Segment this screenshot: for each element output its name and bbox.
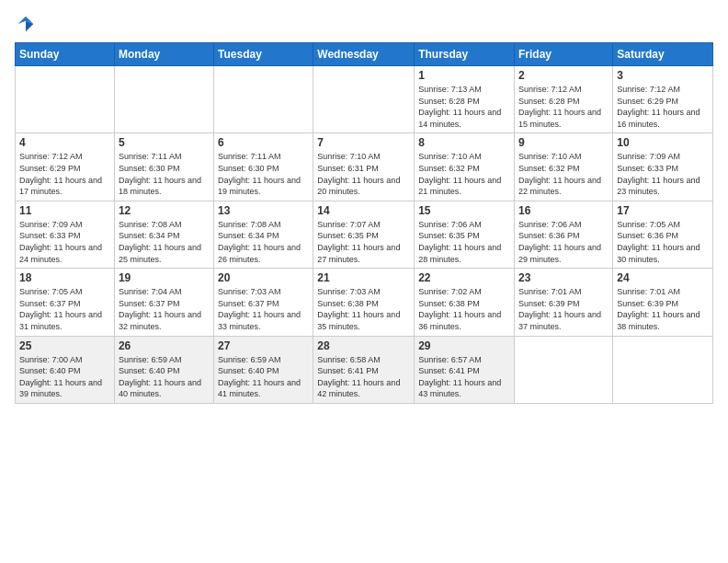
- table-row: 6Sunrise: 7:11 AM Sunset: 6:30 PM Daylig…: [214, 133, 313, 201]
- calendar-week-row: 1Sunrise: 7:13 AM Sunset: 6:28 PM Daylig…: [16, 66, 713, 133]
- page: Sunday Monday Tuesday Wednesday Thursday…: [0, 0, 728, 563]
- day-number: 29: [418, 339, 510, 352]
- day-info: Sunrise: 7:13 AM Sunset: 6:28 PM Dayligh…: [418, 84, 510, 130]
- table-row: 2Sunrise: 7:12 AM Sunset: 6:28 PM Daylig…: [515, 66, 613, 133]
- day-info: Sunrise: 7:12 AM Sunset: 6:28 PM Dayligh…: [518, 84, 609, 130]
- table-row: 22Sunrise: 7:02 AM Sunset: 6:38 PM Dayli…: [415, 269, 515, 336]
- table-row: [613, 336, 713, 403]
- day-number: 12: [119, 204, 210, 217]
- day-number: 22: [418, 271, 510, 284]
- day-number: 7: [317, 136, 410, 149]
- day-info: Sunrise: 7:06 AM Sunset: 6:35 PM Dayligh…: [418, 219, 510, 265]
- table-row: 24Sunrise: 7:01 AM Sunset: 6:39 PM Dayli…: [613, 269, 713, 336]
- table-row: 26Sunrise: 6:59 AM Sunset: 6:40 PM Dayli…: [114, 336, 213, 403]
- logo-icon: [17, 15, 35, 33]
- day-number: 23: [518, 271, 609, 284]
- day-info: Sunrise: 6:57 AM Sunset: 6:41 PM Dayligh…: [418, 354, 510, 400]
- day-number: 27: [218, 339, 309, 352]
- day-info: Sunrise: 7:04 AM Sunset: 6:37 PM Dayligh…: [119, 286, 210, 332]
- table-row: 29Sunrise: 6:57 AM Sunset: 6:41 PM Dayli…: [415, 336, 515, 403]
- table-row: 19Sunrise: 7:04 AM Sunset: 6:37 PM Dayli…: [114, 269, 213, 336]
- table-row: 12Sunrise: 7:08 AM Sunset: 6:34 PM Dayli…: [114, 201, 213, 268]
- table-row: 20Sunrise: 7:03 AM Sunset: 6:37 PM Dayli…: [214, 269, 313, 336]
- table-row: 11Sunrise: 7:09 AM Sunset: 6:33 PM Dayli…: [16, 201, 115, 268]
- day-info: Sunrise: 7:11 AM Sunset: 6:30 PM Dayligh…: [218, 151, 309, 197]
- table-row: 8Sunrise: 7:10 AM Sunset: 6:32 PM Daylig…: [415, 133, 515, 201]
- table-row: 10Sunrise: 7:09 AM Sunset: 6:33 PM Dayli…: [613, 133, 713, 201]
- table-row: 27Sunrise: 6:59 AM Sunset: 6:40 PM Dayli…: [214, 336, 313, 403]
- col-monday: Monday: [114, 43, 213, 66]
- table-row: 4Sunrise: 7:12 AM Sunset: 6:29 PM Daylig…: [16, 133, 115, 201]
- day-info: Sunrise: 7:03 AM Sunset: 6:37 PM Dayligh…: [218, 286, 309, 332]
- day-number: 11: [19, 204, 110, 217]
- col-saturday: Saturday: [613, 43, 713, 66]
- day-number: 19: [119, 271, 210, 284]
- day-number: 9: [518, 136, 609, 149]
- day-info: Sunrise: 7:08 AM Sunset: 6:34 PM Dayligh…: [218, 219, 309, 265]
- day-number: 2: [518, 69, 609, 82]
- calendar-header-row: Sunday Monday Tuesday Wednesday Thursday…: [16, 43, 713, 66]
- day-number: 15: [418, 204, 510, 217]
- table-row: 23Sunrise: 7:01 AM Sunset: 6:39 PM Dayli…: [515, 269, 613, 336]
- day-number: 17: [617, 204, 709, 217]
- table-row: 13Sunrise: 7:08 AM Sunset: 6:34 PM Dayli…: [214, 201, 313, 268]
- day-info: Sunrise: 7:12 AM Sunset: 6:29 PM Dayligh…: [19, 151, 110, 197]
- col-wednesday: Wednesday: [313, 43, 415, 66]
- day-number: 26: [119, 339, 210, 352]
- calendar-week-row: 18Sunrise: 7:05 AM Sunset: 6:37 PM Dayli…: [16, 269, 713, 336]
- table-row: 18Sunrise: 7:05 AM Sunset: 6:37 PM Dayli…: [16, 269, 115, 336]
- calendar-table: Sunday Monday Tuesday Wednesday Thursday…: [15, 42, 713, 404]
- day-number: 20: [218, 271, 309, 284]
- day-info: Sunrise: 7:01 AM Sunset: 6:39 PM Dayligh…: [518, 286, 609, 332]
- table-row: 28Sunrise: 6:58 AM Sunset: 6:41 PM Dayli…: [313, 336, 415, 403]
- day-number: 24: [617, 271, 709, 284]
- day-info: Sunrise: 7:10 AM Sunset: 6:31 PM Dayligh…: [317, 151, 410, 197]
- table-row: 17Sunrise: 7:05 AM Sunset: 6:36 PM Dayli…: [613, 201, 713, 268]
- day-number: 1: [418, 69, 510, 82]
- day-info: Sunrise: 7:09 AM Sunset: 6:33 PM Dayligh…: [617, 151, 709, 197]
- day-info: Sunrise: 7:10 AM Sunset: 6:32 PM Dayligh…: [418, 151, 510, 197]
- day-number: 3: [617, 69, 709, 82]
- day-info: Sunrise: 7:02 AM Sunset: 6:38 PM Dayligh…: [418, 286, 510, 332]
- day-number: 5: [119, 136, 210, 149]
- col-tuesday: Tuesday: [214, 43, 313, 66]
- day-number: 14: [317, 204, 410, 217]
- day-number: 6: [218, 136, 309, 149]
- day-info: Sunrise: 7:00 AM Sunset: 6:40 PM Dayligh…: [19, 354, 110, 400]
- day-info: Sunrise: 7:06 AM Sunset: 6:36 PM Dayligh…: [518, 219, 609, 265]
- day-info: Sunrise: 7:07 AM Sunset: 6:35 PM Dayligh…: [317, 219, 410, 265]
- table-row: 16Sunrise: 7:06 AM Sunset: 6:36 PM Dayli…: [515, 201, 613, 268]
- table-row: [114, 66, 213, 133]
- day-number: 18: [19, 271, 110, 284]
- day-number: 16: [518, 204, 609, 217]
- day-number: 10: [617, 136, 709, 149]
- day-info: Sunrise: 7:03 AM Sunset: 6:38 PM Dayligh…: [317, 286, 410, 332]
- table-row: 1Sunrise: 7:13 AM Sunset: 6:28 PM Daylig…: [415, 66, 515, 133]
- day-info: Sunrise: 6:59 AM Sunset: 6:40 PM Dayligh…: [119, 354, 210, 400]
- col-friday: Friday: [515, 43, 613, 66]
- header: [15, 15, 713, 33]
- table-row: [16, 66, 115, 133]
- day-info: Sunrise: 7:01 AM Sunset: 6:39 PM Dayligh…: [617, 286, 709, 332]
- calendar-week-row: 4Sunrise: 7:12 AM Sunset: 6:29 PM Daylig…: [16, 133, 713, 201]
- day-number: 8: [418, 136, 510, 149]
- table-row: 3Sunrise: 7:12 AM Sunset: 6:29 PM Daylig…: [613, 66, 713, 133]
- day-info: Sunrise: 7:05 AM Sunset: 6:36 PM Dayligh…: [617, 219, 709, 265]
- col-thursday: Thursday: [415, 43, 515, 66]
- day-number: 28: [317, 339, 410, 352]
- day-info: Sunrise: 6:59 AM Sunset: 6:40 PM Dayligh…: [218, 354, 309, 400]
- day-number: 21: [317, 271, 410, 284]
- table-row: 25Sunrise: 7:00 AM Sunset: 6:40 PM Dayli…: [16, 336, 115, 403]
- logo: [15, 15, 35, 33]
- table-row: [214, 66, 313, 133]
- table-row: 21Sunrise: 7:03 AM Sunset: 6:38 PM Dayli…: [313, 269, 415, 336]
- calendar-week-row: 11Sunrise: 7:09 AM Sunset: 6:33 PM Dayli…: [16, 201, 713, 268]
- day-number: 13: [218, 204, 309, 217]
- day-number: 25: [19, 339, 110, 352]
- table-row: 14Sunrise: 7:07 AM Sunset: 6:35 PM Dayli…: [313, 201, 415, 268]
- table-row: 15Sunrise: 7:06 AM Sunset: 6:35 PM Dayli…: [415, 201, 515, 268]
- day-info: Sunrise: 7:08 AM Sunset: 6:34 PM Dayligh…: [119, 219, 210, 265]
- day-info: Sunrise: 7:12 AM Sunset: 6:29 PM Dayligh…: [617, 84, 709, 130]
- day-number: 4: [19, 136, 110, 149]
- calendar-week-row: 25Sunrise: 7:00 AM Sunset: 6:40 PM Dayli…: [16, 336, 713, 403]
